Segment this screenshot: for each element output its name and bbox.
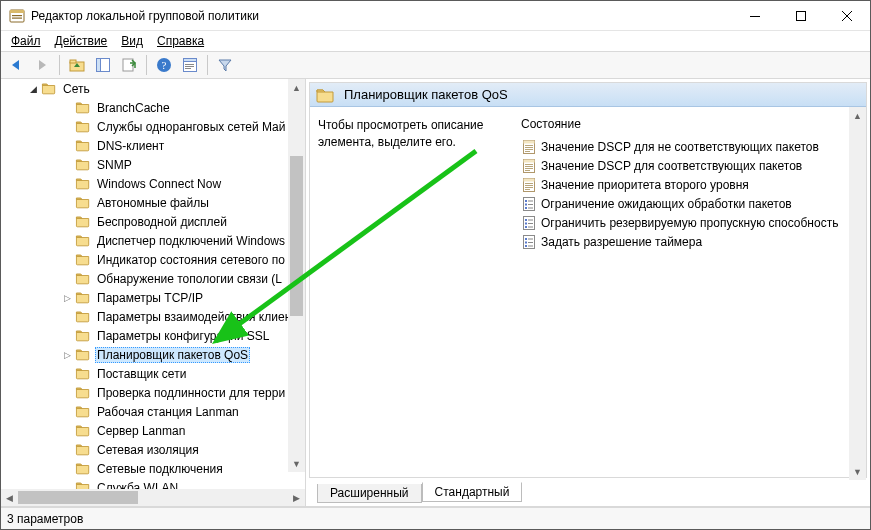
tree-item[interactable]: Обнаружение топологии связи (L (1, 269, 288, 288)
tree-vertical-scrollbar[interactable]: ▲ ▼ (288, 79, 305, 472)
tree-view[interactable]: ◢СетьBranchCacheСлужбы одноранговых сете… (1, 79, 305, 489)
up-button[interactable] (66, 54, 88, 76)
tree-item[interactable]: Параметры взаимодействия клиен (1, 307, 288, 326)
setting-item[interactable]: Значение DSCP для соответствующих пакето… (521, 156, 858, 175)
tree-label: Индикатор состояния сетевого по (95, 253, 287, 267)
tree-item-root[interactable]: ◢Сеть (1, 79, 288, 98)
window-title: Редактор локальной групповой политики (31, 9, 732, 23)
tree-item[interactable]: Параметры конфигурации SSL (1, 326, 288, 345)
app-window: Редактор локальной групповой политики Фа… (0, 0, 871, 530)
tree-item[interactable]: Служба WLAN (1, 478, 288, 489)
tree-label: Сетевые подключения (95, 462, 225, 476)
tree-label: DNS-клиент (95, 139, 166, 153)
back-button[interactable] (5, 54, 27, 76)
tree-item[interactable]: ▷Параметры TCP/IP (1, 288, 288, 307)
menu-view[interactable]: Вид (115, 32, 149, 50)
tree-item[interactable]: Windows Connect Now (1, 174, 288, 193)
expand-icon[interactable]: ▷ (61, 350, 73, 360)
setting-label: Задать разрешение таймера (541, 235, 702, 249)
help-button[interactable]: ? (153, 54, 175, 76)
tab-standard[interactable]: Стандартный (422, 482, 523, 502)
setting-label: Ограничение ожидающих обработки пакетов (541, 197, 792, 211)
menu-file[interactable]: Файл (5, 32, 47, 50)
collapse-icon[interactable]: ◢ (27, 84, 39, 94)
tree-label: Планировщик пакетов QoS (95, 347, 250, 363)
folder-icon (75, 348, 91, 362)
details-header: Планировщик пакетов QoS (310, 83, 866, 107)
tree-item[interactable]: Диспетчер подключений Windows (1, 231, 288, 250)
filter-button[interactable] (214, 54, 236, 76)
setting-label: Значение приоритета второго уровня (541, 178, 749, 192)
tree-item[interactable]: ▷Планировщик пакетов QoS (1, 345, 288, 364)
policy-template-icon (521, 158, 537, 174)
show-tree-button[interactable] (92, 54, 114, 76)
tree-item[interactable]: Поставщик сети (1, 364, 288, 383)
tree-item[interactable]: DNS-клиент (1, 136, 288, 155)
svg-rect-18 (185, 66, 194, 67)
svg-rect-1 (10, 10, 24, 13)
tree-item[interactable]: Сервер Lanman (1, 421, 288, 440)
forward-button[interactable] (31, 54, 53, 76)
tree-item[interactable]: Сетевые подключения (1, 459, 288, 478)
policy-setting-icon (521, 215, 537, 231)
minimize-button[interactable] (732, 1, 778, 30)
tree-item[interactable]: Индикатор состояния сетевого по (1, 250, 288, 269)
svg-rect-2 (12, 15, 22, 16)
policy-setting-icon (521, 234, 537, 250)
export-button[interactable] (118, 54, 140, 76)
expand-icon[interactable]: ▷ (61, 293, 73, 303)
tree-item[interactable]: BranchCache (1, 98, 288, 117)
settings-list: Состояние Значение DSCP для не соответст… (521, 117, 858, 467)
tree-item[interactable]: Беспроводной дисплей (1, 212, 288, 231)
details-body: Чтобы просмотреть описание элемента, выд… (310, 107, 866, 477)
content-area: ◢СетьBranchCacheСлужбы одноранговых сете… (1, 79, 870, 507)
maximize-button[interactable] (778, 1, 824, 30)
setting-item[interactable]: Ограничить резервируемую пропускную спос… (521, 213, 858, 232)
svg-rect-17 (185, 64, 194, 65)
folder-icon (75, 272, 91, 286)
svg-rect-12 (123, 59, 133, 71)
details-vertical-scrollbar[interactable]: ▲▼ (849, 107, 866, 480)
folder-icon (75, 386, 91, 400)
folder-icon (75, 424, 91, 438)
folder-icon (75, 177, 91, 191)
tree-label: Параметры взаимодействия клиен (95, 310, 288, 324)
menu-action[interactable]: Действие (49, 32, 114, 50)
tree-item[interactable]: Проверка подлинности для терри (1, 383, 288, 402)
folder-icon (75, 253, 91, 267)
tree-label: Рабочая станция Lanman (95, 405, 241, 419)
properties-button[interactable] (179, 54, 201, 76)
tree-label: Сетевая изоляция (95, 443, 201, 457)
tree-item[interactable]: Рабочая станция Lanman (1, 402, 288, 421)
tree-label: Поставщик сети (95, 367, 188, 381)
scrollbar-thumb[interactable] (18, 491, 138, 504)
menu-help[interactable]: Справка (151, 32, 210, 50)
tree-item[interactable]: Сетевая изоляция (1, 440, 288, 459)
svg-rect-3 (12, 17, 22, 18)
tree-horizontal-scrollbar[interactable]: ◀ ▶ (1, 489, 305, 506)
setting-label: Значение DSCP для соответствующих пакето… (541, 159, 802, 173)
folder-icon (75, 101, 91, 115)
tree-label: Служба WLAN (95, 481, 180, 490)
setting-item[interactable]: Задать разрешение таймера (521, 232, 858, 251)
setting-item[interactable]: Ограничение ожидающих обработки пакетов (521, 194, 858, 213)
tree-label: Беспроводной дисплей (95, 215, 229, 229)
setting-item[interactable]: Значение приоритета второго уровня (521, 175, 858, 194)
close-button[interactable] (824, 1, 870, 30)
folder-icon (75, 120, 91, 134)
status-text: 3 параметров (7, 512, 83, 526)
toolbar-separator (59, 55, 60, 75)
folder-icon (75, 215, 91, 229)
settings-column-header[interactable]: Состояние (521, 117, 858, 131)
folder-icon (316, 87, 334, 103)
toolbar-separator (146, 55, 147, 75)
tree-pane: ◢СетьBranchCacheСлужбы одноранговых сете… (1, 79, 306, 506)
tree-item[interactable]: Службы одноранговых сетей Май (1, 117, 288, 136)
tab-extended[interactable]: Расширенный (317, 484, 422, 503)
tree-item[interactable]: SNMP (1, 155, 288, 174)
setting-item[interactable]: Значение DSCP для не соответствующих пак… (521, 137, 858, 156)
scrollbar-thumb[interactable] (290, 156, 303, 316)
setting-label: Ограничить резервируемую пропускную спос… (541, 216, 838, 230)
setting-label: Значение DSCP для не соответствующих пак… (541, 140, 819, 154)
tree-item[interactable]: Автономные файлы (1, 193, 288, 212)
